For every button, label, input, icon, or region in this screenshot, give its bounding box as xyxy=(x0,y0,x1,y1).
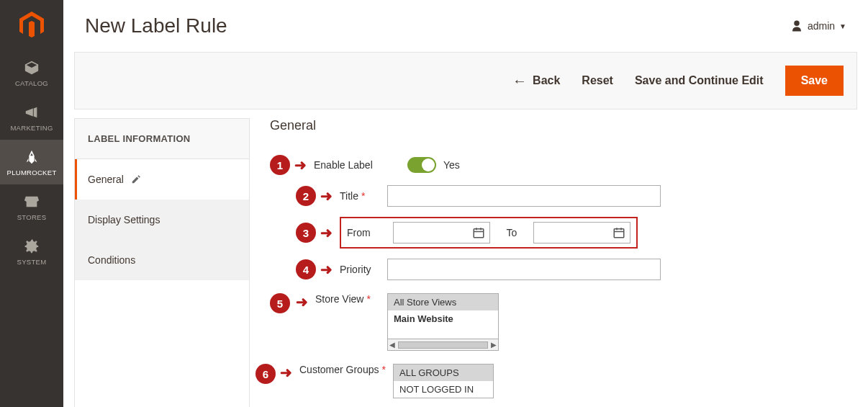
to-date-input[interactable] xyxy=(533,222,630,243)
back-button[interactable]: ← Back xyxy=(512,73,560,89)
store-view-option-main[interactable]: Main Website xyxy=(388,310,498,327)
user-icon xyxy=(790,19,803,32)
user-name: admin xyxy=(808,20,835,32)
tab-display-settings[interactable]: Display Settings xyxy=(75,200,249,240)
nav-catalog[interactable]: CATALOG xyxy=(0,50,63,95)
svg-rect-4 xyxy=(614,229,624,238)
field-customer-groups: 6 ➜ Customer Groups* ALL GROUPS NOT LOGG… xyxy=(270,364,857,398)
calendar-icon xyxy=(612,226,625,239)
cube-icon xyxy=(23,59,40,76)
label-enable: Enable Label xyxy=(314,159,407,171)
side-tabs-header: LABEL INFORMATION xyxy=(75,119,249,159)
side-tabs: LABEL INFORMATION General Display Settin… xyxy=(74,118,250,407)
action-bar: ← Back Reset Save and Continue Edit Save xyxy=(74,52,857,109)
label-store-view: Store View* xyxy=(315,293,387,305)
chevron-down-icon: ▼ xyxy=(839,22,846,30)
annotation-badge-5: 5 xyxy=(270,293,290,313)
arrow-left-icon: ← xyxy=(512,73,527,89)
page-title: New Label Rule xyxy=(85,14,227,37)
annotation-badge-2: 2 xyxy=(296,186,316,206)
field-enable-label: 1 ➜ Enable Label Yes xyxy=(270,155,857,175)
magento-logo[interactable] xyxy=(0,0,63,50)
annotation-badge-6: 6 xyxy=(256,364,276,384)
section-title: General xyxy=(270,118,857,133)
nav-stores[interactable]: STORES xyxy=(0,184,63,229)
label-to: To xyxy=(502,227,522,238)
annotation-arrow-icon: ➜ xyxy=(296,293,308,310)
user-menu[interactable]: admin ▼ xyxy=(790,19,846,32)
tab-general[interactable]: General xyxy=(75,159,249,200)
pencil-icon xyxy=(131,174,141,184)
customer-group-option-notlogged[interactable]: NOT LOGGED IN xyxy=(394,381,493,398)
store-icon xyxy=(23,193,40,210)
field-title: 2 ➜ Title* xyxy=(270,185,857,207)
from-date-input[interactable] xyxy=(393,222,490,243)
magento-logo-icon xyxy=(19,12,44,39)
annotation-badge-3: 3 xyxy=(296,223,316,243)
customer-group-option-all[interactable]: ALL GROUPS xyxy=(394,364,493,381)
field-store-view: 5 ➜ Store View* All Store Views Main Web… xyxy=(270,293,857,351)
priority-input[interactable] xyxy=(387,259,661,280)
customer-groups-select[interactable]: ALL GROUPS NOT LOGGED IN xyxy=(393,364,494,398)
nav-marketing[interactable]: MARKETING xyxy=(0,95,63,140)
annotation-arrow-icon: ➜ xyxy=(280,364,292,381)
title-input[interactable] xyxy=(387,185,661,207)
reset-button[interactable]: Reset xyxy=(582,74,613,87)
main-content: New Label Rule admin ▼ ← Back Reset Save… xyxy=(63,0,868,407)
toggle-value-label: Yes xyxy=(443,159,460,171)
store-view-option-all[interactable]: All Store Views xyxy=(388,294,498,310)
field-date-range: 3 ➜ From To xyxy=(270,217,857,249)
save-button[interactable]: Save xyxy=(785,66,844,96)
svg-rect-0 xyxy=(474,229,484,238)
scroll-right-icon: ▶ xyxy=(491,341,497,349)
tab-conditions[interactable]: Conditions xyxy=(75,240,249,280)
annotation-badge-1: 1 xyxy=(270,155,290,175)
calendar-icon xyxy=(472,226,485,239)
megaphone-icon xyxy=(23,104,40,121)
label-title: Title* xyxy=(340,190,387,202)
nav-system[interactable]: SYSTEM xyxy=(0,229,63,274)
annotation-badge-4: 4 xyxy=(296,259,316,279)
date-range-highlight: From To xyxy=(340,217,638,249)
label-priority: Priority xyxy=(340,264,387,275)
label-customer-groups: Customer Groups* xyxy=(299,364,393,375)
label-from: From xyxy=(347,227,381,238)
gear-icon xyxy=(23,238,40,255)
rocket-icon xyxy=(23,148,40,166)
annotation-arrow-icon: ➜ xyxy=(320,187,333,205)
horizontal-scrollbar[interactable]: ◀▶ xyxy=(387,339,499,351)
annotation-arrow-icon: ➜ xyxy=(320,261,333,278)
enable-label-toggle[interactable] xyxy=(407,157,436,173)
general-form: General 1 ➜ Enable Label Yes 2 xyxy=(270,118,857,407)
scroll-left-icon: ◀ xyxy=(389,341,395,349)
nav-plumrocket[interactable]: PLUMROCKET xyxy=(0,140,63,184)
annotation-arrow-icon: ➜ xyxy=(294,156,307,174)
store-view-select[interactable]: All Store Views Main Website xyxy=(387,293,499,339)
save-continue-button[interactable]: Save and Continue Edit xyxy=(635,74,764,87)
page-header: New Label Rule admin ▼ xyxy=(63,0,868,45)
annotation-arrow-icon: ➜ xyxy=(320,224,333,241)
admin-sidebar: CATALOG MARKETING PLUMROCKET STORES SYST… xyxy=(0,0,63,407)
field-priority: 4 ➜ Priority xyxy=(270,259,857,280)
